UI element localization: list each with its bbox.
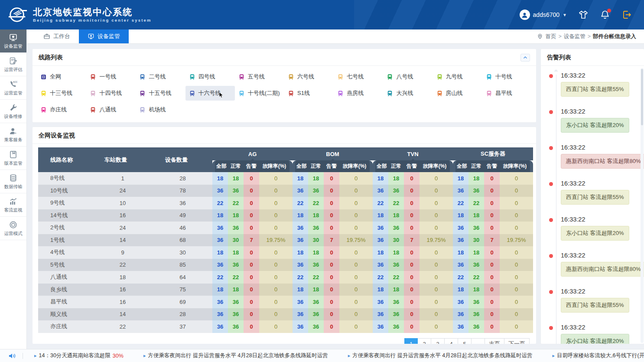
line-item-十四号线[interactable]: 十四号线 bbox=[86, 86, 136, 101]
breadcrumb-item[interactable]: 设备监管 bbox=[564, 33, 585, 40]
line-item-七号线[interactable]: 七号线 bbox=[334, 69, 383, 84]
cell-station-count: 10 bbox=[92, 197, 153, 209]
notification-icon[interactable] bbox=[600, 10, 610, 20]
page-button-3[interactable]: 3 bbox=[431, 338, 445, 344]
cell-AG-告警: 0 bbox=[244, 296, 259, 308]
collapse-panel-button[interactable] bbox=[520, 54, 530, 62]
table-row-9号线[interactable]: 9号线1036222200222200222200222200 bbox=[38, 197, 533, 209]
sidebar-item-数据传输[interactable]: 数据传输 bbox=[0, 170, 26, 193]
sidebar-item-运营模式[interactable]: 运营模式 bbox=[0, 217, 26, 240]
line-item-五号线[interactable]: 五号线 bbox=[235, 69, 284, 84]
page-button-下一页[interactable]: 下一页 bbox=[504, 338, 530, 344]
table-row-14号线[interactable]: 14号线1649181800181800181800181800 bbox=[38, 209, 533, 222]
cell-SC服务器-故障率(%): 0 bbox=[500, 222, 533, 234]
cell-device-count: 68 bbox=[153, 234, 212, 247]
line-item-燕房线[interactable]: 燕房线 bbox=[334, 86, 383, 101]
page-button-...[interactable]: ... bbox=[472, 338, 485, 344]
sidebar-item-运营评估[interactable]: AFC运营评估 bbox=[0, 53, 26, 76]
breadcrumb-item[interactable]: 首页 bbox=[545, 33, 556, 40]
subcolumn-header-故障率(%): 故障率(%) bbox=[259, 160, 293, 172]
line-item-label: 五号线 bbox=[248, 73, 265, 81]
line-list-title: 线路列表 bbox=[39, 54, 63, 62]
sidebar-item-版本监管[interactable]: 版本监管 bbox=[0, 147, 26, 170]
line-item-十三号线[interactable]: 十三号线 bbox=[37, 86, 86, 101]
cell-BOM-告警: 0 bbox=[324, 172, 339, 185]
breadcrumb: 首页>设备监管>部件台帐信息录入 bbox=[537, 29, 644, 43]
ticker-item[interactable]: ▸方便乘客夜间出行 提升运营服务水平 4月28日起北京地铁多条线路延时运营 bbox=[348, 352, 533, 359]
user-menu[interactable]: adds6700 ▼ bbox=[520, 10, 567, 20]
subcolumn-header-正常: 正常 bbox=[228, 160, 244, 172]
cell-AG-全部: 36 bbox=[212, 259, 228, 271]
line-item-八号线[interactable]: 八号线 bbox=[383, 69, 433, 84]
ticker-item[interactable]: ▸方便乘客夜间出行 提升运营服务水平 4月28日起北京地铁多条线路延时运营 bbox=[143, 352, 328, 359]
table-row-顺义线[interactable]: 顺义线1428363600363600363600363600 bbox=[38, 308, 533, 321]
line-item-十号线[interactable]: 十号线 bbox=[482, 69, 532, 84]
line-item-九号线[interactable]: 九号线 bbox=[433, 69, 482, 84]
database-icon bbox=[9, 173, 18, 183]
train-icon bbox=[139, 90, 146, 97]
cell-AG-正常: 18 bbox=[228, 246, 244, 259]
table-row-昌平线[interactable]: 昌平线1669363600363600363600363600 bbox=[38, 296, 533, 308]
theme-icon[interactable] bbox=[578, 10, 589, 20]
cell-SC服务器-正常: 22 bbox=[468, 271, 484, 284]
train-icon bbox=[486, 74, 492, 80]
alarm-scrollbar[interactable] bbox=[641, 68, 644, 343]
table-row-2号线[interactable]: 2号线2446363600363600363600363600 bbox=[38, 222, 533, 234]
table-row-8号线[interactable]: 8号线128181800181800181800181800 bbox=[38, 172, 533, 185]
cell-SC服务器-故障率(%): 0 bbox=[500, 308, 533, 321]
line-item-二号线[interactable]: 二号线 bbox=[136, 69, 185, 84]
sidebar-item-客流监视[interactable]: 客流监视 bbox=[0, 193, 26, 217]
table-row-良乡线[interactable]: 良乡线1675181800181800181800181800 bbox=[38, 284, 533, 296]
sidebar-item-运营监管[interactable]: ACC运营监管 bbox=[0, 76, 26, 100]
line-item-label: 全网 bbox=[50, 73, 61, 81]
table-row-4号线[interactable]: 4号线930181800181800181800181800 bbox=[38, 246, 533, 259]
line-item-十六号线[interactable]: 十六号线 bbox=[185, 86, 235, 101]
page-button-1[interactable]: 1 bbox=[404, 338, 418, 344]
page-button-5[interactable]: 5 bbox=[458, 338, 472, 344]
page-button-4[interactable]: 4 bbox=[445, 338, 458, 344]
ticker-item[interactable]: ▸14：30分天通苑南站客流超限30% bbox=[34, 352, 124, 359]
line-item-十号线(二期)[interactable]: 十号线(二期) bbox=[235, 86, 284, 101]
line-item-十五号线[interactable]: 十五号线 bbox=[136, 86, 185, 101]
alarm-entry: 16:33:22东小口站 客流超限20% bbox=[561, 108, 640, 133]
cell-SC服务器-告警: 0 bbox=[484, 308, 500, 321]
line-item-大兴线[interactable]: 大兴线 bbox=[383, 86, 433, 101]
line-item-机场线[interactable]: 机场线 bbox=[136, 102, 185, 117]
line-item-亦庄线[interactable]: 亦庄线 bbox=[37, 102, 86, 117]
line-item-昌平线[interactable]: 昌平线 bbox=[482, 86, 532, 101]
table-row-八通线[interactable]: 八通线1864222200222200222200222200 bbox=[38, 271, 533, 284]
ticker-item[interactable]: ▸目前呼家楼站客流较大,6号线下行(开往海淀五路居方向)在呼家楼站采取部分在呼家… bbox=[553, 352, 644, 359]
tab-设备监管[interactable]: 设备监管 bbox=[79, 29, 129, 43]
line-item-房山线[interactable]: 房山线 bbox=[433, 86, 482, 101]
cell-line-name: 八通线 bbox=[38, 271, 92, 284]
alarm-time: 16:33:22 bbox=[561, 144, 640, 151]
sidebar-item-label: 运营模式 bbox=[4, 231, 23, 237]
table-row-1号线[interactable]: 1号线14683630719.75%3630719.75%3630719.75%… bbox=[38, 234, 533, 247]
line-item-S1线[interactable]: S1线 bbox=[284, 86, 334, 101]
page-button-末页[interactable]: 末页 bbox=[485, 338, 504, 344]
ticker-text: 目前呼家楼站客流较大,6号线下行(开往海淀五路居方向)在呼家楼站采取部分在呼家楼… bbox=[557, 352, 644, 359]
line-item-一号线[interactable]: 一号线 bbox=[86, 69, 136, 84]
tab-工作台[interactable]: 工作台 bbox=[35, 29, 79, 43]
line-item-四号线[interactable]: 四号线 bbox=[185, 69, 235, 84]
logout-icon[interactable] bbox=[621, 10, 632, 20]
cell-BOM-全部: 36 bbox=[293, 296, 308, 308]
train-icon bbox=[40, 90, 47, 97]
line-item-八通线[interactable]: 八通线 bbox=[86, 102, 136, 117]
table-row-亦庄线[interactable]: 亦庄线2237363600363600363600363600 bbox=[38, 320, 533, 333]
table-row-10号线[interactable]: 10号线2478363600363600363600363600 bbox=[38, 185, 533, 197]
line-item-全网[interactable]: 全网 bbox=[37, 69, 86, 84]
line-item-label: 房山线 bbox=[446, 89, 463, 97]
news-ticker: ▸14：30分天通苑南站客流超限30%▸方便乘客夜间出行 提升运营服务水平 4月… bbox=[0, 349, 644, 362]
sidebar-item-设备维修[interactable]: 设备维修 bbox=[0, 100, 26, 123]
sidebar-item-乘客服务[interactable]: 乘客服务 bbox=[0, 123, 26, 147]
cell-SC服务器-故障率(%): 0 bbox=[500, 259, 533, 271]
page-button-2[interactable]: 2 bbox=[418, 338, 431, 344]
train-icon bbox=[238, 90, 245, 97]
subcolumn-header-故障率(%): 故障率(%) bbox=[420, 160, 453, 172]
sidebar-item-设备监管[interactable]: 设备监管 bbox=[0, 29, 26, 53]
alarm-list[interactable]: 16:33:22西直门站 客流超限55%16:33:22东小口站 客流超限20%… bbox=[541, 66, 644, 344]
table-row-5号线[interactable]: 5号线2285363600363600363600363600 bbox=[38, 259, 533, 271]
cell-SC服务器-全部: 36 bbox=[453, 296, 468, 308]
line-item-六号线[interactable]: 六号线 bbox=[284, 69, 334, 84]
